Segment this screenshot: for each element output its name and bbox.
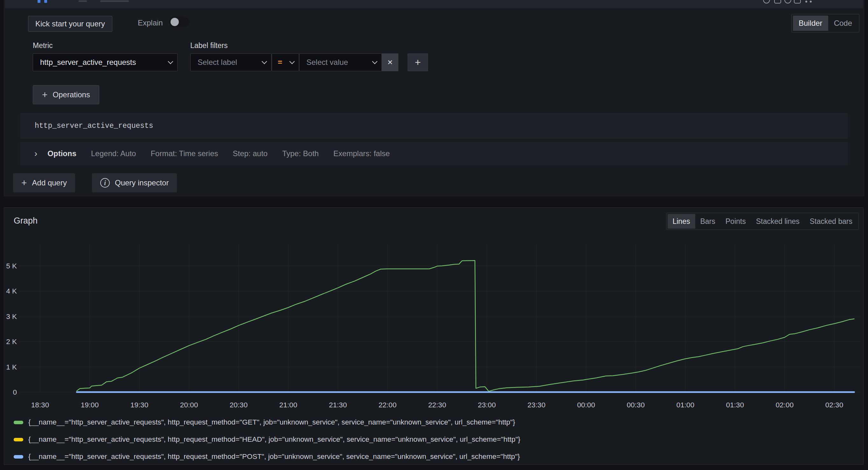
graph-panel: Graph Lines Bars Points Stacked lines St… [4,207,864,465]
explain-label: Explain [138,19,163,27]
x-axis-label: 21:00 [279,401,297,409]
graph-style-toggle: Lines Bars Points Stacked lines Stacked … [666,213,859,230]
info-icon: i [100,178,110,188]
chart-legend: {__name__="http_server_active_requests",… [14,414,520,465]
editor-mode-toggle: Builder Code [791,14,860,32]
legend-swatch-icon [14,455,23,459]
add-query-button[interactable]: + Add query [13,173,75,192]
legend-item[interactable]: {__name__="http_server_active_requests",… [14,414,520,431]
toggle-knob-icon [170,18,179,26]
y-axis-label: 0 [13,388,17,396]
legend-item[interactable]: {__name__="http_server_active_requests",… [14,448,520,465]
value-select-placeholder: Select value [306,58,348,67]
style-lines-option[interactable]: Lines [668,214,695,229]
kick-start-query-button[interactable]: Kick start your query [28,16,112,32]
x-axis-label: 00:00 [577,401,595,409]
legend-item[interactable]: {__name__="http_server_active_requests",… [14,431,520,448]
options-legend-summary: Legend: Auto [91,149,136,158]
x-axis-label: 20:30 [230,401,248,409]
operations-button[interactable]: + Operations [33,85,99,104]
operator-select-value: = [278,58,282,67]
options-title: Options [48,149,76,158]
query-preview-text: http_server_active_requests [35,122,153,130]
query-row-header [5,0,863,8]
chevron-right-icon: › [34,148,37,159]
x-axis-label: 22:00 [379,401,397,409]
time-series-chart[interactable]: 01 K2 K3 K4 K5 K18:3019:0019:3020:0020:3… [4,233,864,411]
y-axis-label: 1 K [6,363,17,371]
chevron-down-icon [168,59,173,64]
x-axis-label: 01:30 [726,401,744,409]
plus-icon: + [42,89,48,100]
chevron-down-icon [289,59,294,64]
label-select-placeholder: Select label [197,58,237,67]
style-stacked-bars-option[interactable]: Stacked bars [805,214,858,229]
datasource-logo-icon [37,0,40,3]
plus-icon: + [415,57,421,68]
legend-label: {__name__="http_server_active_requests",… [28,418,515,427]
legend-label: {__name__="http_server_active_requests",… [28,452,520,461]
drag-handle-icon[interactable] [810,1,812,3]
query-preview: http_server_active_requests [20,113,848,139]
x-axis-label: 02:30 [825,401,843,409]
x-axis-label: 23:00 [478,401,496,409]
close-icon: × [388,57,393,67]
query-row-title-fragment [79,0,87,2]
x-axis-label: 21:30 [329,401,347,409]
value-select[interactable]: Select value [299,54,382,71]
mode-builder-option[interactable]: Builder [793,15,828,31]
mode-code-option[interactable]: Code [828,15,858,31]
style-bars-option[interactable]: Bars [695,214,720,229]
x-axis-label: 19:00 [81,401,99,409]
remove-query-icon[interactable] [794,0,801,3]
query-editor-panel: Kick start your query Explain Builder Co… [4,0,864,196]
style-points-option[interactable]: Points [720,214,751,229]
label-filters-label: Label filters [190,41,228,50]
legend-swatch-icon [14,421,23,424]
graph-panel-title: Graph [14,216,37,226]
metric-select-value: http_server_active_requests [40,58,136,67]
query-inspector-button[interactable]: i Query inspector [92,173,177,192]
y-axis-label: 3 K [6,312,17,321]
datasource-logo-icon [44,0,47,3]
x-axis-label: 19:30 [130,401,148,409]
hide-response-icon[interactable] [784,0,791,3]
x-axis-label: 00:30 [627,401,645,409]
add-query-label: Add query [32,178,67,187]
options-step-summary: Step: auto [233,149,268,158]
series-line [77,261,854,391]
metric-select[interactable]: http_server_active_requests [33,54,178,71]
y-axis-label: 2 K [6,338,17,346]
add-filter-button[interactable]: + [408,54,428,71]
options-type-summary: Type: Both [282,149,319,158]
x-axis-label: 20:00 [180,401,198,409]
x-axis-label: 18:30 [31,401,49,409]
copy-query-icon[interactable] [774,0,781,3]
legend-swatch-icon [14,438,23,441]
options-row[interactable]: › Options Legend: Auto Format: Time seri… [20,142,848,165]
chevron-down-icon [261,59,267,64]
legend-label: {__name__="http_server_active_requests",… [28,435,520,444]
plus-icon: + [21,177,27,188]
options-exemplars-summary: Exemplars: false [334,149,390,158]
x-axis-label: 01:00 [677,401,694,409]
y-axis-label: 4 K [6,287,17,295]
metric-label: Metric [33,41,53,50]
x-axis-label: 22:30 [428,401,446,409]
x-axis-label: 02:00 [776,401,794,409]
grafana-query-page: { "query_editor": { "kick_start_label": … [0,0,868,470]
operator-select[interactable]: = [272,54,299,71]
x-axis-label: 23:30 [528,401,545,409]
label-select[interactable]: Select label [190,54,271,71]
query-inspector-label: Query inspector [115,178,168,187]
y-axis-label: 5 K [6,262,17,270]
explain-toggle[interactable] [169,16,189,27]
duplicate-query-icon[interactable] [763,0,770,3]
options-format-summary: Format: Time series [151,149,218,158]
chevron-down-icon [372,59,377,64]
operations-button-label: Operations [53,90,90,99]
style-stacked-lines-option[interactable]: Stacked lines [751,214,805,229]
drag-handle-icon[interactable] [805,1,807,3]
query-row-title-fragment [100,0,129,2]
remove-filter-button[interactable]: × [382,54,398,71]
